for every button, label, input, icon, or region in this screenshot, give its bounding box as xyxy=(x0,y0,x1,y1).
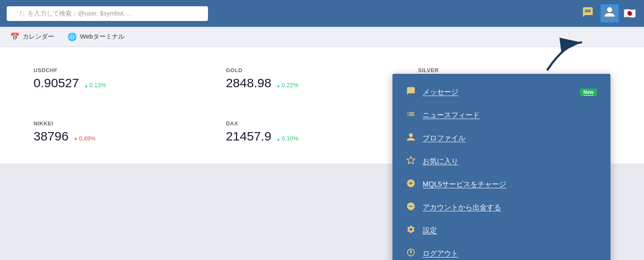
withdraw-label: アカウントから出金する xyxy=(423,203,597,212)
ticker-symbol: GOLD xyxy=(226,67,418,73)
ticker-price: 21457.9 xyxy=(226,129,271,143)
ticker-price: 38796 xyxy=(34,129,68,143)
ticker-symbol: USDCHF xyxy=(34,67,226,73)
webterminal-label: Webターミナル xyxy=(80,33,125,41)
menu-logout[interactable]: ログアウト xyxy=(392,242,610,260)
profile-icon xyxy=(604,6,615,21)
dropdown-menu: メッセージ New ニュースフィード プロファイル xyxy=(392,74,610,260)
calendar-icon: 📅 xyxy=(10,32,19,42)
profile-label: プロファイル xyxy=(423,133,597,143)
logout-label: ログアウト xyxy=(423,249,597,258)
header: 「/」を入力して検索：@user, $symbol, ... 🇯🇵 xyxy=(0,0,644,27)
menu-messages[interactable]: メッセージ New xyxy=(392,81,610,104)
menu-mql5charge[interactable]: MQL5サービスをチャージ xyxy=(392,173,610,196)
messages-label: メッセージ xyxy=(423,87,570,97)
newsfeed-label: ニュースフィード xyxy=(423,110,597,120)
menu-withdraw[interactable]: アカウントから出金する xyxy=(392,196,610,219)
chat-icon xyxy=(582,6,594,21)
ticker-symbol: NIKKEI xyxy=(34,120,226,127)
ticker-change: 0.22% xyxy=(276,82,298,88)
logout-icon xyxy=(406,248,416,259)
ticker-price: 0.90527 xyxy=(34,76,79,90)
menu-settings[interactable]: 設定 xyxy=(392,219,610,242)
ticker-value-row: 0.90527 0.13% xyxy=(34,76,226,90)
mql5charge-label: MQL5サービスをチャージ xyxy=(423,179,597,189)
ticker-value-row: 21457.9 0.10% xyxy=(226,129,418,143)
language-flag[interactable]: 🇯🇵 xyxy=(622,6,637,21)
menu-profile[interactable]: プロファイル xyxy=(392,127,610,150)
withdraw-icon xyxy=(406,202,416,213)
settings-label: 設定 xyxy=(423,226,597,235)
svg-marker-1 xyxy=(407,156,415,164)
ticker-gold: GOLD 2848.98 0.22% xyxy=(226,60,418,97)
search-input[interactable]: 「/」を入力して検索：@user, $symbol, ... xyxy=(7,6,208,21)
ticker-value-row: 2848.98 0.22% xyxy=(226,76,418,90)
calendar-nav-item[interactable]: 📅 カレンダー xyxy=(10,32,54,42)
profile-menu-icon xyxy=(406,133,416,144)
ticker-change: 0.10% xyxy=(276,135,298,142)
menu-favorites[interactable]: お気に入り xyxy=(392,150,610,173)
main-content: USDCHF 0.90527 0.13% GOLD 2848.98 0.22% … xyxy=(0,47,644,164)
ticker-symbol: DAX xyxy=(226,120,418,127)
messages-icon xyxy=(406,86,416,98)
ticker-nikkei: NIKKEI 38796 0.49% xyxy=(34,114,226,150)
new-badge: New xyxy=(580,88,597,96)
arrow-annotation xyxy=(539,36,594,80)
ticker-change: 0.13% xyxy=(84,82,106,88)
settings-icon xyxy=(406,225,416,236)
ticker-value-row: 38796 0.49% xyxy=(34,129,226,143)
search-placeholder: 「/」を入力して検索：@user, $symbol, ... xyxy=(13,10,132,18)
ticker-dax: DAX 21457.9 0.10% xyxy=(226,114,418,150)
profile-button[interactable] xyxy=(600,4,619,23)
ticker-usdchf: USDCHF 0.90527 0.13% xyxy=(34,60,226,97)
favorites-label: お気に入り xyxy=(423,156,597,166)
header-right: 🇯🇵 xyxy=(579,4,637,23)
ticker-change: 0.49% xyxy=(73,135,95,142)
favorites-icon xyxy=(406,156,416,167)
newsfeed-icon xyxy=(406,109,416,121)
mql5charge-icon xyxy=(406,179,416,190)
calendar-label: カレンダー xyxy=(23,33,54,41)
web-icon: 🌐 xyxy=(68,32,77,42)
ticker-price: 2848.98 xyxy=(226,76,271,90)
menu-newsfeed[interactable]: ニュースフィード xyxy=(392,104,610,127)
flag-icon: 🇯🇵 xyxy=(623,8,636,19)
webterminal-nav-item[interactable]: 🌐 Webターミナル xyxy=(68,32,125,42)
chat-button[interactable] xyxy=(579,4,597,23)
